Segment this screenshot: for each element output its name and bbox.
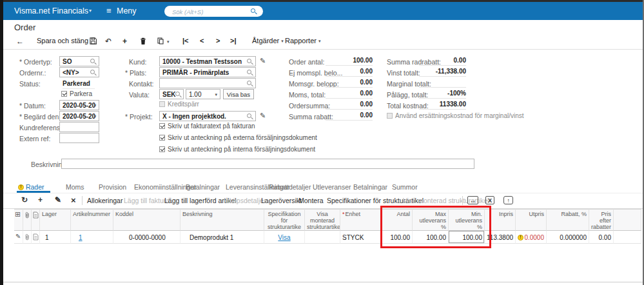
extern-ref-field[interactable] <box>59 133 99 143</box>
summa-rabatt-value: 0.00 <box>326 112 373 121</box>
go-first-icon[interactable]: |< <box>182 37 189 44</box>
row-attachment-icon[interactable] <box>23 231 32 244</box>
tab-rabattdetaljer[interactable]: Rabattdetaljer <box>269 183 311 191</box>
ersattningskostnad-checkbox[interactable] <box>387 113 393 119</box>
lookup-icon[interactable] <box>247 81 253 87</box>
tab-summor[interactable]: Summor <box>392 183 418 191</box>
lookup-icon[interactable] <box>90 59 97 65</box>
kontakt-field[interactable] <box>159 78 256 88</box>
cell-rabatt[interactable]: 0.000000 <box>547 231 589 244</box>
add-row-icon[interactable]: + <box>38 195 43 204</box>
edit-projekt-icon[interactable]: ✎ <box>260 112 266 120</box>
order-antal-label: Order antal: <box>289 58 324 66</box>
grid-settings-icon[interactable]: ⊞ <box>14 209 23 231</box>
cell-specifikation[interactable]: Visa <box>264 231 305 244</box>
allokeringar-button[interactable]: Allokeringar <box>87 197 122 204</box>
go-next-icon[interactable]: > <box>216 37 220 44</box>
edit-kund-icon[interactable]: ✎ <box>260 57 266 65</box>
artikelnummer-link[interactable]: 1 <box>79 234 83 241</box>
save-close-button[interactable]: Spara och stäng <box>37 37 88 44</box>
date-caret-icon[interactable]: ▾ <box>93 103 96 108</box>
lookup-icon[interactable] <box>247 113 253 120</box>
col-header-pris-efter-rabatter[interactable]: Pris efter rabatter <box>589 209 614 231</box>
cell-enhet[interactable]: STYCK <box>340 231 382 244</box>
actions-menu-button[interactable]: Åtgärder ▾ <box>252 37 284 44</box>
delete-icon[interactable] <box>140 37 146 45</box>
summa-radrabatt-value: 0.00 <box>419 57 466 66</box>
lookup-icon[interactable] <box>247 70 253 76</box>
print-externa-checkbox[interactable] <box>159 135 165 141</box>
col-header-visa-monterad[interactable]: Visa monterad strukturartike <box>305 209 340 231</box>
export-excel-icon[interactable]: X <box>485 196 494 204</box>
fit-columns-icon[interactable]: ↔ <box>467 196 478 204</box>
lookup-icon[interactable] <box>90 70 97 76</box>
tab-rader[interactable]: Rader <box>18 183 44 191</box>
ordertyp-field[interactable]: SO <box>59 56 99 66</box>
projekt-field[interactable]: X - Ingen projektkod. <box>159 111 256 121</box>
delete-row-icon[interactable]: × <box>71 195 76 205</box>
save-icon[interactable] <box>90 37 97 44</box>
copy-paste-icon[interactable] <box>157 37 164 44</box>
edit-row-icon[interactable]: ✎ <box>55 195 61 204</box>
lageroversikt-button[interactable]: Lageröversikt <box>261 197 302 204</box>
undo-icon[interactable]: ↶ <box>105 37 112 46</box>
kund-field[interactable]: 10000 - Testman Testsson <box>159 56 256 66</box>
col-header-rabatt[interactable]: Rabatt, % <box>547 209 589 231</box>
refresh-icon[interactable]: ↻ <box>21 195 28 204</box>
plats-field[interactable]: PRIMÄR - Primärplats <box>159 67 256 77</box>
upload-icon[interactable]: ↑ <box>503 196 513 204</box>
row-edit-icon[interactable]: ✎ <box>14 231 23 244</box>
parkera-checkbox[interactable] <box>61 91 67 97</box>
col-header-koddel[interactable]: Koddel <box>113 209 181 231</box>
tab-utleveranser[interactable]: Utleveranser <box>313 183 351 191</box>
add-record-icon[interactable]: + <box>122 37 127 46</box>
kreditsparr-checkbox[interactable] <box>159 101 165 107</box>
go-last-icon[interactable]: >| <box>230 37 237 44</box>
print-interna-checkbox[interactable] <box>159 146 165 152</box>
go-previous-icon[interactable]: < <box>200 37 204 44</box>
row-notes-icon[interactable] <box>32 231 40 244</box>
cell-lager[interactable]: 1 <box>40 231 71 244</box>
col-header-enhet[interactable]: *Enhet <box>340 209 382 231</box>
montera-button[interactable]: Montera <box>298 197 324 204</box>
menu-button[interactable]: Meny <box>117 6 137 15</box>
tab-betalningar-2[interactable]: Betalningar <box>353 183 387 191</box>
cell-artikelnummer[interactable]: 1 <box>71 231 113 244</box>
valuta-code-field[interactable]: SEK <box>159 89 184 99</box>
kundreferens-field[interactable] <box>59 122 99 132</box>
ordernr-field[interactable]: <NY> <box>59 67 99 77</box>
tab-moms[interactable]: Moms <box>66 183 84 191</box>
rate-caret-icon[interactable]: ▾ <box>215 92 217 97</box>
col-header-lager[interactable]: Lager <box>40 209 71 231</box>
back-icon[interactable]: ← <box>16 37 24 46</box>
tab-provision[interactable]: Provision <box>99 183 126 191</box>
cell-pris-efter-rabatter[interactable]: 0.00 <box>589 231 614 244</box>
global-search[interactable] <box>164 6 263 17</box>
visa-bas-button[interactable]: Visa bas <box>223 89 254 99</box>
date-caret-icon[interactable]: ▾ <box>93 114 96 119</box>
table-row[interactable]: ✎ 1 1 0-0000-0000 Demoprodukt 1 Visa STY… <box>14 231 641 244</box>
print-fakturatext-checkbox[interactable] <box>159 123 165 129</box>
valuta-rate-field[interactable]: 1.00▾ <box>186 89 220 99</box>
cell-beskrivning[interactable]: Demoprodukt 1 <box>181 231 264 244</box>
tab-betalningar-1[interactable]: Betalningar <box>186 183 220 191</box>
copy-paste-caret-icon[interactable]: ▾ <box>167 39 170 44</box>
col-header-beskrivning[interactable]: Beskrivning <box>181 209 264 231</box>
cell-utpris[interactable]: 0.0000 <box>516 231 547 244</box>
lookup-icon[interactable] <box>247 59 253 65</box>
hamburger-menu-icon[interactable]: ≡ <box>106 6 112 15</box>
begard-den-field[interactable]: 2020-05-20▾ <box>59 111 99 121</box>
app-brand[interactable]: Visma.net Financials <box>14 6 88 15</box>
begard-den-label: * Begärd den: <box>19 113 61 121</box>
cell-koddel[interactable]: 0-0000-0000 <box>113 231 181 244</box>
visa-specifikation-link[interactable]: Visa <box>278 234 290 241</box>
reports-menu-button[interactable]: Rapporter ▾ <box>285 37 321 44</box>
lookup-icon[interactable] <box>175 92 182 98</box>
datum-field[interactable]: 2020-05-20▾ <box>59 100 99 110</box>
beskrivning-field[interactable] <box>61 159 474 169</box>
search-icon[interactable] <box>251 8 257 15</box>
col-header-utpris[interactable]: Utpris <box>516 209 547 231</box>
col-header-artikelnummer[interactable]: Artikelnummer <box>71 209 113 231</box>
col-header-specifikation[interactable]: Specifikation för strukturartike <box>264 209 305 231</box>
search-input[interactable] <box>171 6 251 17</box>
